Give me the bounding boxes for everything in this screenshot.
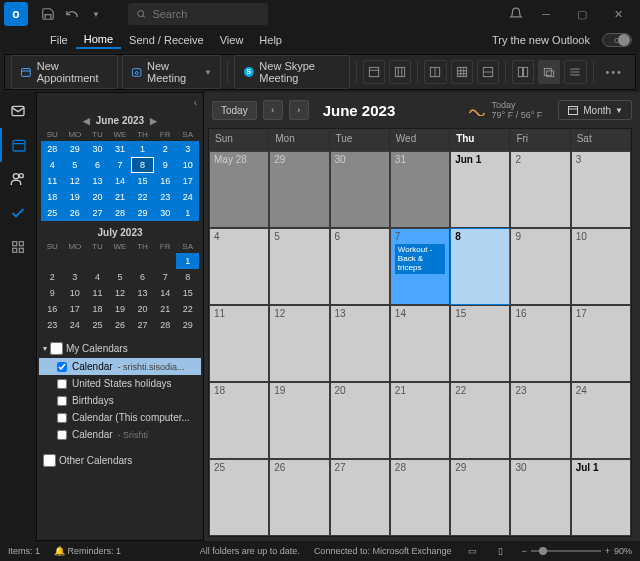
- view-work-week-button[interactable]: [389, 60, 411, 84]
- mini-cal-day[interactable]: 13: [131, 285, 154, 301]
- mini-cal-day[interactable]: 18: [86, 301, 109, 317]
- mini-cal-day[interactable]: [86, 253, 109, 269]
- mini-cal-day[interactable]: 12: [109, 285, 132, 301]
- mini-cal-day[interactable]: 8: [131, 157, 154, 173]
- minimize-button[interactable]: ─: [528, 0, 564, 28]
- rail-more[interactable]: [0, 230, 36, 264]
- view-split-button[interactable]: [512, 60, 534, 84]
- calendar-cell[interactable]: 13: [330, 305, 390, 382]
- calendar-cell[interactable]: 5: [269, 228, 329, 305]
- mini-cal-day[interactable]: 30: [154, 205, 177, 221]
- calendar-cell[interactable]: 30: [510, 459, 570, 536]
- mini-cal-day[interactable]: 3: [176, 141, 199, 157]
- mini-cal-day[interactable]: 24: [176, 189, 199, 205]
- collapse-sidebar-icon[interactable]: ‹: [194, 97, 197, 108]
- mini-cal-day[interactable]: 5: [64, 157, 87, 173]
- zoom-in-icon[interactable]: +: [605, 546, 610, 556]
- zoom-out-icon[interactable]: −: [521, 546, 526, 556]
- mini-cal-day[interactable]: [131, 253, 154, 269]
- mini-cal-day[interactable]: 15: [131, 173, 154, 189]
- calendar-cell[interactable]: 16: [510, 305, 570, 382]
- view-selector[interactable]: Month ▼: [558, 100, 632, 120]
- weather[interactable]: Today79° F / 56° F: [468, 100, 543, 120]
- mini-cal-day[interactable]: 13: [86, 173, 109, 189]
- menu-send-receive[interactable]: Send / Receive: [121, 32, 212, 48]
- view-week-button[interactable]: [424, 60, 446, 84]
- rail-calendar[interactable]: [0, 128, 36, 162]
- mini-cal-day[interactable]: 10: [176, 157, 199, 173]
- calendar-cell[interactable]: 19: [269, 382, 329, 459]
- calendar-cell[interactable]: 6: [330, 228, 390, 305]
- close-button[interactable]: ✕: [600, 0, 636, 28]
- mini-cal-day[interactable]: 4: [41, 157, 64, 173]
- mini-cal-day[interactable]: 18: [41, 189, 64, 205]
- mini-cal-day[interactable]: 14: [109, 173, 132, 189]
- mini-cal-day[interactable]: [64, 253, 87, 269]
- mini-cal-day[interactable]: 11: [41, 173, 64, 189]
- bell-icon[interactable]: [504, 2, 528, 26]
- mini-cal-day[interactable]: 17: [64, 301, 87, 317]
- menu-file[interactable]: File: [42, 32, 76, 48]
- mini-cal-day[interactable]: 27: [86, 205, 109, 221]
- mini-cal-day[interactable]: 28: [41, 141, 64, 157]
- calendar-cell[interactable]: Jun 1: [450, 151, 510, 228]
- mini-cal-day[interactable]: 20: [131, 301, 154, 317]
- try-toggle[interactable]: Off: [602, 33, 632, 47]
- save-icon[interactable]: [36, 2, 60, 26]
- calendar-cell[interactable]: 31: [390, 151, 450, 228]
- menu-view[interactable]: View: [212, 32, 252, 48]
- rail-people[interactable]: [0, 162, 36, 196]
- zoom-control[interactable]: − + 90%: [521, 546, 632, 556]
- mini-cal-day[interactable]: 31: [109, 141, 132, 157]
- dropdown-icon[interactable]: ▼: [84, 2, 108, 26]
- calendar-cell[interactable]: 24: [571, 382, 631, 459]
- mini-cal-day[interactable]: 1: [176, 205, 199, 221]
- mini-cal-day[interactable]: 4: [86, 269, 109, 285]
- mini-cal-day[interactable]: 7: [154, 269, 177, 285]
- my-calendars-group[interactable]: ▾My Calendars: [39, 339, 201, 358]
- mini-cal-day[interactable]: 6: [131, 269, 154, 285]
- calendar-cell[interactable]: 28: [390, 459, 450, 536]
- mini-cal-day[interactable]: 23: [154, 189, 177, 205]
- new-meeting-button[interactable]: New Meeting ▼: [122, 55, 221, 89]
- chevron-down-icon[interactable]: ▼: [204, 68, 212, 77]
- calendar-event[interactable]: Workout - Back & triceps: [395, 244, 445, 274]
- next-period-button[interactable]: ›: [289, 100, 309, 120]
- mini-cal-day[interactable]: 19: [109, 301, 132, 317]
- calendar-item[interactable]: Calendar - srishti.sisodia...: [39, 358, 201, 375]
- calendar-cell[interactable]: 3: [571, 151, 631, 228]
- mini-cal-day[interactable]: 5: [109, 269, 132, 285]
- mini-cal-day[interactable]: [109, 253, 132, 269]
- mini-cal-day[interactable]: 15: [176, 285, 199, 301]
- mini-cal-day[interactable]: 25: [86, 317, 109, 333]
- calendar-cell[interactable]: 10: [571, 228, 631, 305]
- mini-cal-day[interactable]: 27: [131, 317, 154, 333]
- view-overlay-button[interactable]: [538, 60, 560, 84]
- calendar-cell[interactable]: 21: [390, 382, 450, 459]
- menu-help[interactable]: Help: [251, 32, 290, 48]
- more-commands[interactable]: •••: [599, 66, 629, 78]
- prev-month-icon[interactable]: ◀: [83, 116, 90, 126]
- calendar-checkbox[interactable]: [57, 362, 67, 372]
- mini-cal-day[interactable]: 8: [176, 269, 199, 285]
- mini-cal-day[interactable]: 23: [41, 317, 64, 333]
- view-month-button[interactable]: [451, 60, 473, 84]
- calendar-cell[interactable]: 20: [330, 382, 390, 459]
- mini-cal-day[interactable]: 7: [109, 157, 132, 173]
- mini-cal-day[interactable]: 26: [109, 317, 132, 333]
- maximize-button[interactable]: ▢: [564, 0, 600, 28]
- calendar-cell[interactable]: 18: [209, 382, 269, 459]
- try-new-outlook[interactable]: Try the new Outlook Off: [484, 32, 632, 48]
- mini-cal-day[interactable]: 3: [64, 269, 87, 285]
- calendar-checkbox[interactable]: [57, 430, 67, 440]
- mini-cal-day[interactable]: 29: [176, 317, 199, 333]
- new-skype-meeting-button[interactable]: S New Skype Meeting: [234, 55, 351, 89]
- mini-cal-day[interactable]: 11: [86, 285, 109, 301]
- calendar-cell[interactable]: 25: [209, 459, 269, 536]
- mini-cal-day[interactable]: 9: [41, 285, 64, 301]
- mini-cal-day[interactable]: 29: [131, 205, 154, 221]
- calendar-cell[interactable]: May 28: [209, 151, 269, 228]
- other-calendars-check[interactable]: [43, 454, 56, 467]
- mini-cal-day[interactable]: 30: [86, 141, 109, 157]
- my-calendars-check[interactable]: [50, 342, 63, 355]
